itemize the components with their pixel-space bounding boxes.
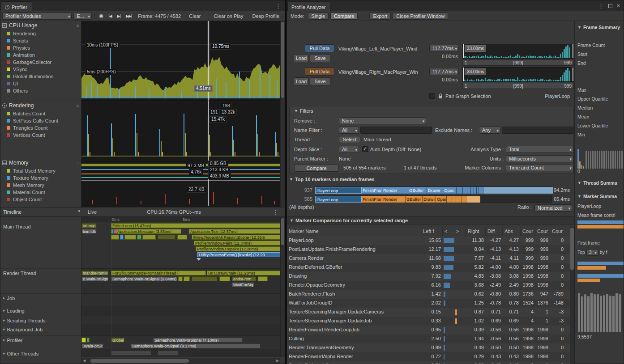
marker-segment[interactable] (466, 196, 480, 203)
memory-chart[interactable]: 97.3 MB0.85 GB4.76k213.4 KB403.9 MB22.7 … (81, 158, 280, 206)
marker-segment[interactable]: Render (382, 187, 408, 194)
legend-item-ui[interactable]: UI (0, 80, 81, 87)
table-row[interactable]: RenderForwardAlpha.Render0.720.29-0.430.… (287, 352, 570, 361)
time-scale-dropdown[interactable]: 117.77ms (429, 45, 459, 52)
table-row[interactable]: Camera.Render11.687.57-4.114.119999990 (287, 254, 570, 263)
profiler-modules-dropdown[interactable]: Profiler Modules (2, 13, 72, 20)
timeline-span[interactable] (142, 235, 156, 240)
marker-segment[interactable] (471, 187, 474, 194)
mode-compare-button[interactable]: Compare (330, 13, 358, 20)
timeline-span[interactable]: ForGfxCommandsFromMainThread ( (111, 271, 206, 275)
thread-label-loading[interactable]: ▸Loading (0, 306, 81, 316)
table-row[interactable]: PostLateUpdate.FinishFrameRendering12.17… (287, 245, 570, 254)
mode-single-button[interactable]: Single (308, 13, 329, 20)
foldout-closed-icon[interactable]: ▸ (3, 296, 5, 306)
column-header-5[interactable]: Diff (486, 227, 503, 236)
marker-segment[interactable]: Opac (443, 187, 457, 194)
legend-item-batches-count[interactable]: Batches Count (0, 110, 81, 117)
scrollbar-thumb[interactable] (90, 359, 189, 363)
foldout-open-icon[interactable] (294, 109, 298, 113)
legend-item-texture-memory[interactable]: Texture Memory (0, 174, 81, 182)
editor-target-dropdown[interactable]: E... (73, 13, 92, 20)
frame-range-slider[interactable]: 1[999]999 (462, 83, 574, 89)
legend-item-vertices-count[interactable]: Vertices Count (0, 131, 81, 139)
clear-on-play-button[interactable]: Clear on Play (210, 13, 247, 20)
marker-segment[interactable]: PlayerLoop (315, 187, 362, 194)
legend-item-object-count[interactable]: Object Count (0, 196, 81, 203)
timeline-span[interactable]: UIR.DrawChain (11.53ms) (207, 271, 280, 275)
foldout-open-icon[interactable] (577, 25, 581, 30)
cpu-usage-chart[interactable]: 10ms (100FPS) 5ms (200FPS) 10.75ms 4.51m… (81, 21, 280, 101)
range-handle-left[interactable] (463, 68, 464, 81)
depth-slice-dropdown[interactable]: All (339, 146, 359, 153)
scrollbar-thumb[interactable] (570, 228, 574, 270)
live-toggle[interactable]: Live (84, 208, 100, 216)
auto-depth-checkbox[interactable] (362, 146, 368, 152)
legend-item-mesh-memory[interactable]: Mesh Memory (0, 182, 81, 189)
timeline-span[interactable]: e.WaitForSignal (81, 276, 108, 281)
timeline-span[interactable] (178, 276, 183, 281)
name-filter-mode-dropdown[interactable]: All (339, 127, 359, 134)
table-row[interactable]: BatchRenderer.Flush1.420.62-0.800.801736… (287, 290, 570, 299)
legend-item-physics[interactable]: Physics (0, 44, 81, 51)
timeline-span[interactable]: Semaphore.WaitForSignal (7.10ms) (153, 338, 243, 343)
timeline-span[interactable]: WaitForSig (232, 282, 254, 287)
scrollbar-thumb[interactable] (281, 218, 284, 245)
legend-item-garbagecollector[interactable]: GarbageCollector (0, 59, 81, 66)
foldout-closed-icon[interactable]: ▸ (3, 327, 5, 335)
drag-handle-icon[interactable]: ≡ (77, 160, 79, 165)
timeline-span[interactable]: ProfilerWindow.Repaint (12.28ms) (196, 246, 280, 251)
table-vertical-scrollbar[interactable] (570, 227, 574, 364)
rendering-chart[interactable]: 19819113.32k15.47k (81, 101, 280, 158)
legend-item-vsync[interactable]: VSync (0, 66, 81, 73)
marker-segment[interactable] (457, 187, 463, 194)
legend-item-triangles-count[interactable]: Triangles Count (0, 124, 81, 131)
legend-item-global-illumination[interactable]: Global Illumination (0, 73, 81, 80)
table-row[interactable]: PlayerLoop15.6511.38-4.274.279999990 (287, 236, 570, 245)
marker-segment[interactable]: PlayerLoop (315, 196, 362, 203)
module-header-memory[interactable]: Memory≡ (0, 158, 81, 167)
exclude-names-input[interactable] (502, 127, 573, 134)
table-row[interactable]: Culling2.501.94-0.560.56199819980 (287, 334, 570, 343)
maximize-icon[interactable] (608, 4, 612, 8)
marker-segment[interactable]: FinishFram (362, 187, 382, 194)
pull-data-button[interactable]: Pull Data (305, 68, 334, 76)
table-row[interactable]: Render.OpaqueGeometry6.163.68-2.492.4919… (287, 281, 570, 290)
drag-handle-icon[interactable]: ≡ (77, 103, 79, 108)
thread-label-other-threads[interactable]: ▸Other Threads (0, 349, 81, 357)
frame-time-histogram[interactable]: 33.00ms (462, 44, 574, 59)
marker-segment[interactable]: GBuffer (408, 187, 427, 194)
timeline-span[interactable]: Utility.ProcessEvent() [Invoke] (12.20 (197, 252, 280, 257)
timeline-span[interactable] (192, 276, 218, 281)
timeline-span[interactable] (137, 235, 141, 240)
column-header-3[interactable]: > (454, 227, 466, 236)
timeline-span[interactable] (258, 276, 268, 281)
timeline-span[interactable] (124, 235, 136, 240)
marker-segment[interactable]: FinishFram (362, 196, 382, 203)
range-handle-right[interactable] (573, 44, 573, 58)
pull-data-button[interactable]: Pull Data (305, 44, 334, 52)
table-row[interactable]: RenderDeferred.Sort0.710.28-0.430.4331-2 (287, 361, 570, 364)
marker-segment[interactable]: Opac (436, 196, 447, 203)
frame-range-slider[interactable]: 1[999]999 (462, 59, 574, 66)
close-icon[interactable] (617, 3, 620, 9)
drag-handle-icon[interactable]: ≡ (77, 23, 79, 28)
export-button[interactable]: Export (369, 13, 391, 20)
legend-item-material-count[interactable]: Material Count (0, 189, 81, 196)
thread-label-job[interactable]: ▸Job (0, 294, 81, 306)
thread-label-main-thread[interactable]: Main Thread (0, 222, 81, 269)
module-header-cpu-usage[interactable]: CPU Usage≡ (0, 21, 81, 30)
thread-select-button[interactable]: Select (339, 136, 360, 143)
foldout-closed-icon[interactable]: ▸ (3, 338, 5, 349)
timeline-span[interactable] (184, 276, 190, 281)
foldout-open-icon[interactable] (289, 177, 293, 182)
marker-segment[interactable]: Render (382, 196, 406, 203)
timeline-span[interactable]: andsFrom (232, 276, 256, 281)
tab-profile-analyzer[interactable]: Profile Analyzer (287, 1, 330, 11)
column-header-9[interactable]: Cour (550, 227, 565, 236)
foldout-closed-icon[interactable]: ▸ (3, 318, 5, 325)
column-header-8[interactable]: Cour (535, 227, 550, 236)
marker-segment[interactable] (483, 187, 553, 194)
scroll-right-icon[interactable]: ▶ (275, 358, 280, 364)
pair-graph-checkbox[interactable] (429, 93, 435, 99)
